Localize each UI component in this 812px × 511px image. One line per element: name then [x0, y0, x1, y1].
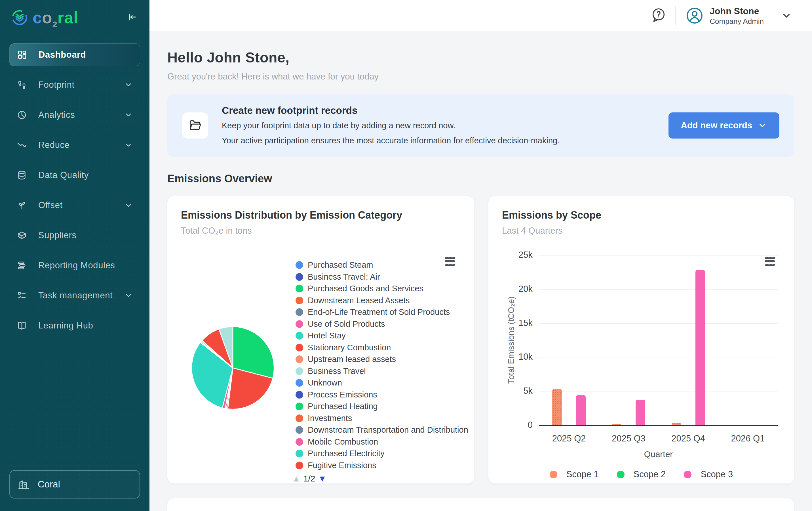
sidebar-item-label: Task management — [38, 290, 113, 301]
bar-legend-item[interactable]: Scope 3 — [684, 469, 733, 480]
y-tick-label: 20k — [488, 284, 533, 294]
bar-scope-1[interactable] — [552, 389, 562, 425]
legend-label: Mobile Combustion — [308, 437, 378, 447]
legend-item[interactable]: Stationary Combustion — [295, 342, 468, 354]
legend-dot — [295, 367, 303, 375]
pie-chart-card: Emissions Distribution by Emission Categ… — [167, 196, 474, 483]
legend-label: Process Emissions — [308, 390, 377, 399]
legend-dot — [295, 320, 303, 328]
legend-item[interactable]: End-of-Life Treatment of Sold Products — [295, 306, 468, 318]
legend-page-up-icon[interactable]: ▲ — [292, 474, 301, 483]
sidebar-item-label: Analytics — [38, 110, 75, 120]
sidebar-item-analytics[interactable]: Analytics — [9, 104, 140, 126]
bar-scope-3[interactable] — [636, 400, 645, 425]
legend-label: Fugitive Emissions — [308, 461, 376, 470]
legend-label: Business Travel — [308, 367, 366, 376]
help-button[interactable] — [651, 8, 666, 24]
sidebar-item-dashboard[interactable]: Dashboard — [9, 44, 140, 66]
sidebar-divider — [10, 33, 140, 33]
legend-dot — [295, 261, 303, 269]
sidebar-collapse-button[interactable] — [125, 10, 139, 25]
sidebar-item-reduce[interactable]: Reduce — [9, 134, 140, 156]
legend-item[interactable]: Business Travel — [295, 366, 468, 377]
add-new-records-button[interactable]: Add new records — [668, 112, 780, 138]
user-menu[interactable]: John Stone Company Admin — [686, 5, 792, 26]
coral-logo: co2ral — [10, 8, 78, 27]
company-button[interactable]: Coral — [9, 470, 140, 499]
sidebar-item-offset[interactable]: Offset — [9, 194, 140, 217]
banner-line-1: Keep your footprint data up to date by a… — [222, 120, 655, 131]
bar-scope-1[interactable] — [612, 424, 621, 425]
topbar-divider — [675, 6, 676, 25]
bar-scope-3[interactable] — [695, 270, 705, 425]
legend-item[interactable]: Downstream Leased Assets — [295, 295, 468, 306]
sidebar-item-label: Dashboard — [38, 50, 86, 60]
legend-item[interactable]: Mobile Combustion — [295, 436, 468, 448]
legend-dot — [617, 471, 625, 478]
legend-item[interactable]: Purchased Steam — [295, 259, 468, 271]
legend-item[interactable]: Business Travel: Air — [295, 271, 468, 283]
help-icon — [651, 8, 666, 24]
legend-dot — [295, 379, 303, 387]
learning-icon — [17, 321, 27, 331]
sidebar-item-footprint[interactable]: Footprint — [9, 74, 140, 96]
legend-item[interactable]: Investments — [295, 412, 468, 424]
user-role: Company Admin — [709, 17, 764, 26]
legend-item[interactable]: Process Emissions — [295, 389, 468, 401]
legend-dot — [295, 297, 303, 304]
bar-group-2025-q3 — [599, 255, 658, 425]
chevron-down-icon — [124, 201, 133, 210]
y-tick-label: 10k — [488, 352, 533, 362]
legend-dot — [550, 471, 557, 478]
bar-scope-3[interactable] — [576, 395, 586, 425]
legend-item[interactable]: Fugitive Emissions — [295, 460, 468, 472]
legend-dot — [295, 332, 303, 340]
bar-x-axis-label: Quarter — [539, 449, 778, 459]
sidebar-item-label: Offset — [38, 200, 63, 210]
sidebar-item-reporting-modules[interactable]: Reporting Modules — [9, 254, 140, 277]
bar-y-ticks: 25k20k15k10k5k0 — [488, 255, 533, 425]
avatar — [686, 7, 703, 24]
legend-item[interactable]: Unknown — [295, 377, 468, 389]
legend-dot — [295, 273, 303, 281]
sidebar-item-task-management[interactable]: Task management — [9, 284, 140, 307]
legend-label: Business Travel: Air — [308, 272, 380, 281]
pie-chart[interactable] — [190, 324, 276, 411]
legend-dot — [295, 438, 303, 446]
legend-item[interactable]: Purchased Goods and Services — [295, 283, 468, 295]
sidebar-item-learning-hub[interactable]: Learning Hub — [9, 314, 140, 337]
building-icon — [18, 478, 30, 490]
legend-item[interactable]: Purchased Electricity — [295, 448, 468, 460]
main-area: John Stone Company Admin Hello John Ston… — [149, 0, 812, 511]
bar-group-2025-q4 — [659, 255, 718, 425]
bar-legend-item[interactable]: Scope 1 — [550, 469, 599, 480]
legend-dot — [295, 391, 303, 399]
legend-item[interactable]: Upstream leased assets — [295, 353, 468, 366]
y-tick-label: 25k — [488, 250, 533, 260]
chevron-down-icon — [124, 291, 133, 300]
bar-legend-item[interactable]: Scope 2 — [617, 469, 666, 480]
legend-dot — [295, 414, 303, 422]
legend-dot — [684, 471, 692, 478]
coral-logo-text: co2ral — [33, 8, 78, 27]
sidebar-item-data-quality[interactable]: Data Quality — [9, 164, 140, 187]
legend-label: Use of Sold Products — [308, 319, 385, 329]
legend-item[interactable]: Hotel Stay — [295, 330, 468, 342]
legend-item[interactable]: Downstream Transportation and Distributi… — [295, 424, 468, 436]
data-quality-icon — [17, 170, 27, 180]
add-new-records-label: Add new records — [681, 120, 752, 131]
folder-icon-box — [182, 112, 208, 138]
bar-plot-area[interactable] — [539, 255, 778, 425]
chevron-down-icon — [124, 141, 133, 149]
bar-scope-1[interactable] — [672, 423, 681, 425]
legend-pager: ▲ 1/2 ▼ — [292, 474, 326, 483]
legend-label: Unknown — [308, 378, 342, 387]
legend-label: Downstream Transportation and Distributi… — [308, 425, 468, 435]
bar-group-2025-q2 — [539, 255, 599, 425]
bar-legend: Scope 1Scope 2Scope 3 — [488, 469, 794, 480]
legend-item[interactable]: Use of Sold Products — [295, 318, 468, 330]
legend-item[interactable]: Purchased Heating — [295, 401, 468, 412]
bar-x-ticks: 2025 Q22025 Q32025 Q42026 Q1 — [539, 433, 778, 444]
sidebar-item-suppliers[interactable]: Suppliers — [9, 224, 140, 247]
legend-page-down-icon[interactable]: ▼ — [318, 474, 326, 483]
